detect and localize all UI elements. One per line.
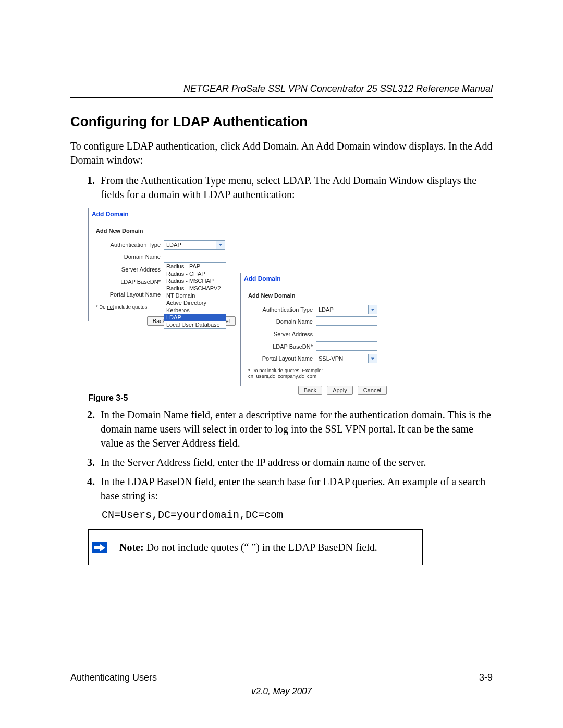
- step-2: In the Domain Name field, enter a descri…: [97, 408, 493, 450]
- figure-3-5: Add Domain Add New Domain Authentication…: [88, 208, 493, 390]
- back-button[interactable]: Back: [298, 386, 322, 395]
- quote-note-suffix: include quotes.: [114, 304, 149, 310]
- portal-layout-value: SSL-VPN: [319, 355, 343, 362]
- steps-list: From the Authentication Type menu, selec…: [70, 174, 493, 202]
- button-bar: Back Apply Cancel: [241, 382, 391, 398]
- page-footer: Authenticating Users 3-9 v2.0, May 2007: [70, 659, 493, 697]
- option-radius-mschap[interactable]: Radius - MSCHAP: [164, 277, 226, 285]
- chevron-down-icon: [368, 354, 377, 363]
- label-portal: Portal Layout Name: [93, 291, 164, 298]
- dialog-title: Add Domain: [89, 208, 240, 220]
- auth-type-value: LDAP: [319, 306, 334, 313]
- cancel-button[interactable]: Cancel: [358, 386, 387, 395]
- auth-type-value: LDAP: [166, 242, 181, 248]
- document-page: NETGEAR ProSafe SSL VPN Concentrator 25 …: [0, 0, 563, 728]
- step-1: From the Authentication Type menu, selec…: [97, 174, 493, 202]
- option-active-directory[interactable]: Active Directory: [164, 299, 226, 306]
- header-rule: [70, 97, 493, 98]
- running-header: NETGEAR ProSafe SSL VPN Concentrator 25 …: [70, 83, 493, 94]
- svg-marker-3: [94, 544, 105, 551]
- option-nt-domain[interactable]: NT Domain: [164, 292, 226, 299]
- arrow-right-icon: [92, 542, 107, 553]
- label-domain-name: Domain Name: [245, 318, 316, 325]
- portal-layout-select[interactable]: SSL-VPN: [316, 354, 377, 363]
- auth-type-select[interactable]: LDAP: [316, 305, 377, 314]
- quote-note: * Do not include quotes. Example: cn=use…: [245, 365, 387, 380]
- footer-center: v2.0, May 2007: [70, 686, 493, 697]
- note-icon-cell: [89, 530, 111, 565]
- chevron-down-icon: [216, 241, 225, 249]
- dialog-subtitle: Add New Domain: [241, 285, 391, 303]
- option-radius-chap[interactable]: Radius - CHAP: [164, 270, 226, 277]
- option-kerberos[interactable]: Kerberos: [164, 306, 226, 314]
- svg-marker-2: [371, 357, 374, 360]
- section-title: Configuring for LDAP Authentication: [70, 114, 493, 130]
- steps-list-cont: In the Domain Name field, enter a descri…: [70, 408, 493, 503]
- footer-left: Authenticating Users: [70, 672, 157, 683]
- label-auth-type: Authentication Type: [93, 242, 164, 248]
- label-ldap-basedn: LDAP BaseDN*: [245, 343, 316, 350]
- apply-button[interactable]: Apply: [327, 386, 353, 395]
- dialog-title: Add Domain: [241, 273, 391, 285]
- domain-name-input[interactable]: [316, 316, 377, 326]
- note-body: Do not include quotes (“ ”) in the LDAP …: [144, 541, 377, 553]
- auth-type-dropdown[interactable]: Radius - PAP Radius - CHAP Radius - MSCH…: [164, 262, 226, 329]
- option-ldap[interactable]: LDAP: [164, 314, 226, 321]
- add-domain-dialog-a: Add Domain Add New Domain Authentication…: [88, 208, 240, 321]
- dialog-body: Authentication Type LDAP Domain Name Ser…: [89, 238, 240, 313]
- option-local-user-db[interactable]: Local User Database: [164, 321, 226, 328]
- code-example: CN=Users,DC=yourdomain,DC=com: [102, 509, 493, 521]
- label-domain-name: Domain Name: [93, 254, 164, 260]
- quote-note-ul: not: [259, 367, 266, 373]
- dialog-subtitle: Add New Domain: [89, 220, 240, 238]
- label-server-addr: Server Address: [245, 331, 316, 337]
- dialog-body: Authentication Type LDAP Domain Name Ser…: [241, 303, 391, 382]
- label-ldap-basedn: LDAP BaseDN*: [93, 279, 164, 285]
- domain-name-input[interactable]: [164, 252, 225, 261]
- auth-type-select[interactable]: LDAP: [164, 240, 225, 250]
- note-bold: Note:: [119, 541, 144, 553]
- intro-paragraph: To configure LDAP authentication, click …: [70, 139, 493, 167]
- note-box: Note: Do not include quotes (“ ”) in the…: [88, 529, 423, 565]
- footer-right: 3-9: [479, 672, 493, 683]
- svg-marker-0: [219, 244, 222, 246]
- option-radius-mschapv2[interactable]: Radius - MSCHAPV2: [164, 285, 226, 292]
- quote-note-prefix: * Do: [248, 367, 259, 373]
- ldap-basedn-input[interactable]: [316, 341, 377, 351]
- note-text: Note: Do not include quotes (“ ”) in the…: [111, 530, 422, 565]
- label-portal: Portal Layout Name: [245, 355, 316, 362]
- quote-note-ul: not: [107, 304, 114, 310]
- chevron-down-icon: [368, 305, 377, 314]
- server-address-input[interactable]: [316, 329, 377, 338]
- option-radius-pap[interactable]: Radius - PAP: [164, 263, 226, 270]
- step-3: In the Server Address field, enter the I…: [97, 455, 493, 470]
- label-auth-type: Authentication Type: [245, 306, 316, 313]
- label-server-addr: Server Address: [93, 266, 164, 273]
- svg-marker-1: [371, 309, 374, 311]
- quote-note-prefix: * Do: [96, 304, 107, 310]
- step-4: In the LDAP BaseDN field, enter the sear…: [97, 475, 493, 503]
- add-domain-dialog-b: Add Domain Add New Domain Authentication…: [240, 273, 391, 386]
- footer-rule: [70, 669, 493, 669]
